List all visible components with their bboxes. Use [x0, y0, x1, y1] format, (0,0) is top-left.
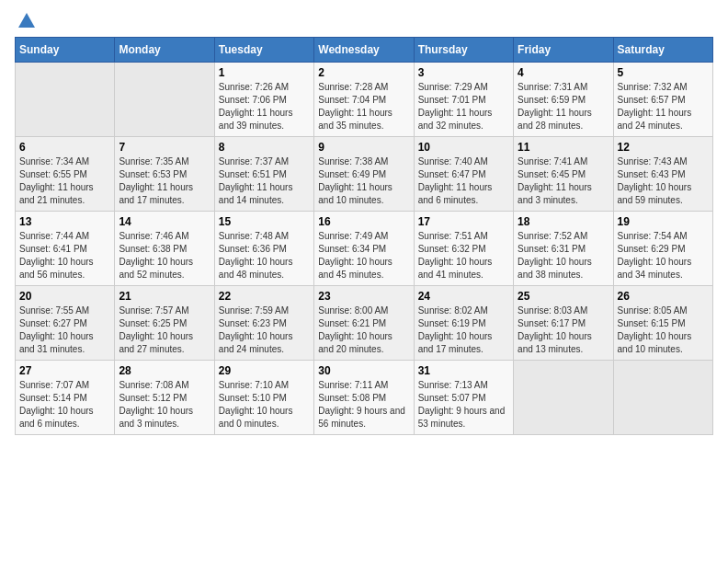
sunrise-text: Sunrise: 7:55 AM: [19, 305, 89, 316]
calendar-cell: 22 Sunrise: 7:59 AM Sunset: 6:23 PM Dayl…: [214, 286, 313, 361]
day-info: Sunrise: 7:40 AM Sunset: 6:47 PM Dayligh…: [418, 155, 509, 207]
sunrise-text: Sunrise: 8:02 AM: [418, 305, 488, 316]
sunrise-text: Sunrise: 7:35 AM: [119, 156, 188, 167]
daylight-text: Daylight: 11 hours and 10 minutes.: [318, 182, 392, 205]
calendar-cell: 4 Sunrise: 7:31 AM Sunset: 6:59 PM Dayli…: [514, 63, 613, 137]
sunset-text: Sunset: 6:32 PM: [418, 244, 486, 254]
calendar-cell: 14 Sunrise: 7:46 AM Sunset: 6:38 PM Dayl…: [115, 212, 214, 286]
sunset-text: Sunset: 6:38 PM: [119, 244, 187, 254]
daylight-text: Daylight: 10 hours and 38 minutes.: [518, 257, 592, 280]
day-info: Sunrise: 7:11 AM Sunset: 5:08 PM Dayligh…: [318, 379, 409, 431]
sunset-text: Sunset: 6:55 PM: [19, 169, 87, 179]
daylight-text: Daylight: 10 hours and 24 minutes.: [219, 331, 293, 354]
sunset-text: Sunset: 5:14 PM: [19, 393, 87, 403]
day-number: 20: [19, 290, 110, 303]
daylight-text: Daylight: 11 hours and 32 minutes.: [418, 108, 493, 131]
day-info: Sunrise: 7:37 AM Sunset: 6:51 PM Dayligh…: [219, 155, 310, 207]
sunset-text: Sunset: 6:34 PM: [318, 244, 386, 254]
calendar-cell: 16 Sunrise: 7:49 AM Sunset: 6:34 PM Dayl…: [314, 212, 414, 286]
day-number: 1: [219, 66, 310, 79]
page-header: [15, 15, 713, 28]
day-number: 18: [518, 215, 609, 228]
day-number: 4: [518, 66, 609, 79]
day-info: Sunrise: 7:34 AM Sunset: 6:55 PM Dayligh…: [19, 155, 110, 207]
sunrise-text: Sunrise: 7:11 AM: [318, 380, 388, 390]
weekday-header-wednesday: Wednesday: [314, 38, 414, 63]
sunset-text: Sunset: 5:10 PM: [219, 393, 287, 403]
sunrise-text: Sunrise: 7:29 AM: [418, 82, 488, 92]
sunset-text: Sunset: 6:51 PM: [219, 169, 287, 179]
day-number: 11: [518, 141, 609, 154]
sunset-text: Sunset: 6:36 PM: [219, 244, 287, 254]
day-info: Sunrise: 8:03 AM Sunset: 6:17 PM Dayligh…: [518, 304, 609, 356]
daylight-text: Daylight: 10 hours and 59 minutes.: [618, 182, 692, 205]
daylight-text: Daylight: 10 hours and 41 minutes.: [418, 257, 493, 280]
daylight-text: Daylight: 10 hours and 13 minutes.: [518, 331, 592, 354]
day-info: Sunrise: 7:48 AM Sunset: 6:36 PM Dayligh…: [219, 230, 310, 282]
sunrise-text: Sunrise: 7:13 AM: [418, 380, 488, 390]
day-info: Sunrise: 7:31 AM Sunset: 6:59 PM Dayligh…: [518, 81, 609, 132]
day-number: 19: [618, 215, 709, 228]
day-number: 28: [119, 364, 210, 377]
weekday-header-saturday: Saturday: [613, 38, 712, 63]
day-number: 7: [119, 141, 210, 154]
day-number: 8: [219, 141, 310, 154]
calendar-cell: 31 Sunrise: 7:13 AM Sunset: 5:07 PM Dayl…: [414, 361, 513, 435]
sunset-text: Sunset: 7:06 PM: [219, 95, 287, 105]
sunset-text: Sunset: 6:43 PM: [618, 169, 686, 179]
day-info: Sunrise: 7:44 AM Sunset: 6:41 PM Dayligh…: [19, 230, 110, 282]
sunset-text: Sunset: 6:25 PM: [119, 318, 187, 328]
daylight-text: Daylight: 10 hours and 17 minutes.: [418, 331, 493, 354]
week-row-4: 20 Sunrise: 7:55 AM Sunset: 6:27 PM Dayl…: [16, 286, 713, 361]
week-row-1: 1 Sunrise: 7:26 AM Sunset: 7:06 PM Dayli…: [16, 63, 713, 137]
sunrise-text: Sunrise: 7:10 AM: [219, 380, 289, 390]
sunset-text: Sunset: 6:23 PM: [219, 318, 287, 328]
calendar-cell: 28 Sunrise: 7:08 AM Sunset: 5:12 PM Dayl…: [115, 361, 214, 435]
calendar-cell: 10 Sunrise: 7:40 AM Sunset: 6:47 PM Dayl…: [414, 137, 513, 212]
day-number: 15: [219, 215, 310, 228]
calendar-cell: 15 Sunrise: 7:48 AM Sunset: 6:36 PM Dayl…: [214, 212, 313, 286]
day-info: Sunrise: 7:13 AM Sunset: 5:07 PM Dayligh…: [418, 379, 509, 431]
calendar-cell: 13 Sunrise: 7:44 AM Sunset: 6:41 PM Dayl…: [16, 212, 115, 286]
daylight-text: Daylight: 11 hours and 17 minutes.: [119, 182, 193, 205]
day-number: 29: [219, 364, 310, 377]
day-number: 14: [119, 215, 210, 228]
calendar-cell: 12 Sunrise: 7:43 AM Sunset: 6:43 PM Dayl…: [613, 137, 712, 212]
svg-marker-0: [18, 13, 35, 28]
day-number: 6: [19, 141, 110, 154]
week-row-2: 6 Sunrise: 7:34 AM Sunset: 6:55 PM Dayli…: [16, 137, 713, 212]
daylight-text: Daylight: 10 hours and 20 minutes.: [318, 331, 392, 354]
daylight-text: Daylight: 11 hours and 24 minutes.: [618, 108, 692, 131]
day-info: Sunrise: 7:51 AM Sunset: 6:32 PM Dayligh…: [418, 230, 509, 282]
day-number: 24: [418, 290, 509, 303]
daylight-text: Daylight: 10 hours and 10 minutes.: [618, 331, 692, 354]
daylight-text: Daylight: 10 hours and 34 minutes.: [618, 257, 692, 280]
daylight-text: Daylight: 11 hours and 28 minutes.: [518, 108, 592, 131]
calendar-cell: 30 Sunrise: 7:11 AM Sunset: 5:08 PM Dayl…: [314, 361, 414, 435]
daylight-text: Daylight: 10 hours and 45 minutes.: [318, 257, 392, 280]
sunset-text: Sunset: 6:15 PM: [618, 318, 686, 328]
day-info: Sunrise: 7:55 AM Sunset: 6:27 PM Dayligh…: [19, 304, 110, 356]
sunset-text: Sunset: 6:57 PM: [618, 95, 686, 105]
sunset-text: Sunset: 6:53 PM: [119, 169, 187, 179]
daylight-text: Daylight: 11 hours and 14 minutes.: [219, 182, 293, 205]
sunset-text: Sunset: 5:12 PM: [119, 393, 187, 403]
sunrise-text: Sunrise: 7:38 AM: [318, 156, 388, 167]
sunset-text: Sunset: 6:41 PM: [19, 244, 87, 254]
calendar-cell: 6 Sunrise: 7:34 AM Sunset: 6:55 PM Dayli…: [16, 137, 115, 212]
sunset-text: Sunset: 7:01 PM: [418, 95, 486, 105]
day-info: Sunrise: 8:05 AM Sunset: 6:15 PM Dayligh…: [618, 304, 709, 356]
weekday-header-tuesday: Tuesday: [214, 38, 313, 63]
daylight-text: Daylight: 10 hours and 52 minutes.: [119, 257, 193, 280]
calendar-cell: 25 Sunrise: 8:03 AM Sunset: 6:17 PM Dayl…: [514, 286, 613, 361]
calendar-cell: [16, 63, 115, 137]
sunset-text: Sunset: 6:19 PM: [418, 318, 486, 328]
calendar-cell: 8 Sunrise: 7:37 AM Sunset: 6:51 PM Dayli…: [214, 137, 313, 212]
sunrise-text: Sunrise: 7:44 AM: [19, 231, 89, 241]
day-info: Sunrise: 8:02 AM Sunset: 6:19 PM Dayligh…: [418, 304, 509, 356]
daylight-text: Daylight: 9 hours and 53 minutes.: [418, 406, 506, 429]
day-info: Sunrise: 7:57 AM Sunset: 6:25 PM Dayligh…: [119, 304, 210, 356]
sunrise-text: Sunrise: 7:59 AM: [219, 305, 289, 316]
calendar-cell: 11 Sunrise: 7:41 AM Sunset: 6:45 PM Dayl…: [514, 137, 613, 212]
day-info: Sunrise: 7:07 AM Sunset: 5:14 PM Dayligh…: [19, 379, 110, 431]
